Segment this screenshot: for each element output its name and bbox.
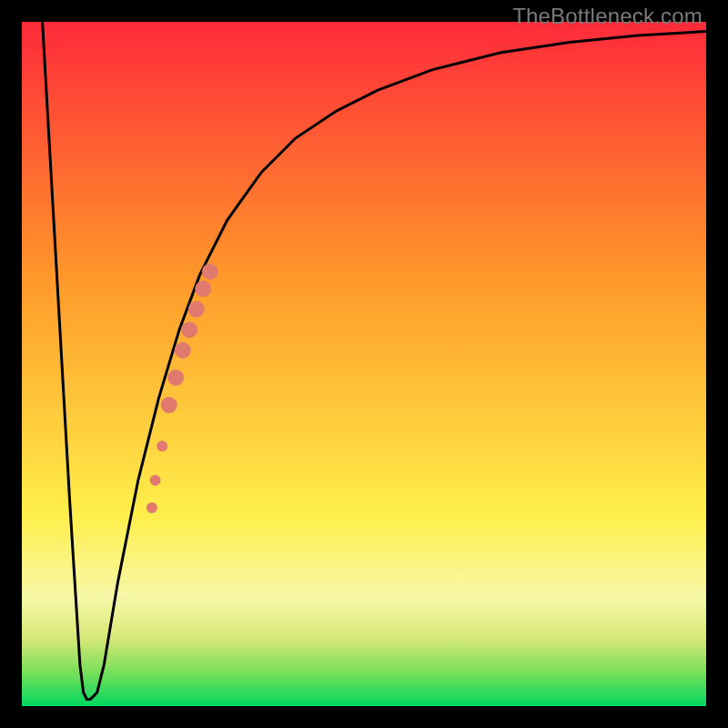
highlight-dot — [202, 264, 218, 280]
highlight-dot — [188, 301, 205, 318]
highlight-dot — [147, 502, 157, 513]
highlight-dot — [157, 440, 167, 451]
highlight-dot — [150, 475, 161, 486]
bottleneck-chart — [22, 22, 706, 706]
highlight-dot — [195, 280, 211, 297]
chart-frame — [22, 22, 706, 706]
highlight-dot — [181, 321, 197, 338]
highlight-dot — [167, 369, 184, 386]
gradient-background — [22, 22, 706, 706]
highlight-dot — [161, 397, 177, 413]
watermark-text: TheBottleneck.com — [512, 4, 703, 29]
highlight-dot — [175, 342, 191, 359]
